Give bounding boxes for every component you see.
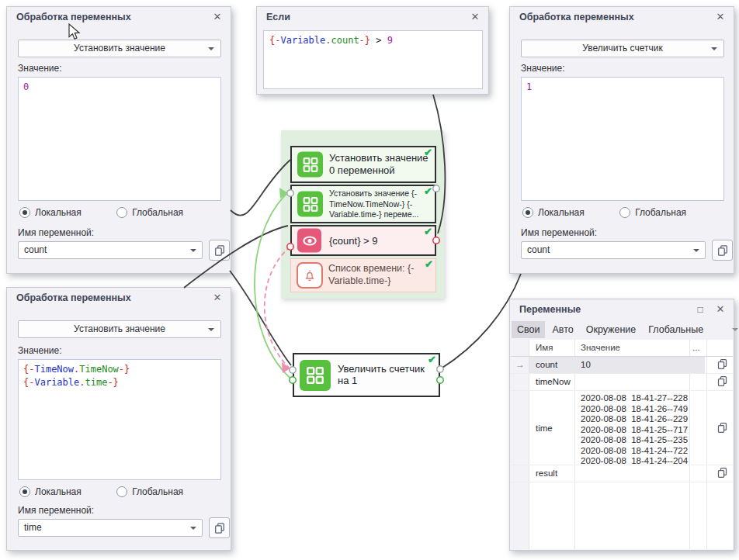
flow-block-if-count[interactable]: {count} > 9 ✔ (290, 225, 436, 256)
copy-icon (716, 467, 728, 479)
panel-var-processing-1: Обработка переменных ✕ Установить значен… (6, 6, 231, 274)
success-check-icon: ✔ (424, 147, 432, 158)
block-label: Установить значение {-TimeNow.TimeNow-} … (329, 188, 435, 220)
radio-global[interactable]: Глобальная (619, 207, 686, 218)
copy-button[interactable] (209, 240, 230, 261)
copy-icon (716, 422, 728, 434)
var-name-cell: count (536, 360, 557, 369)
success-check-icon: ✔ (428, 354, 436, 365)
panel-title: Обработка переменных (16, 12, 131, 22)
panel-titlebar[interactable]: Обработка переменных ✕ (7, 288, 231, 308)
panel-var-processing-3: Обработка переменных ✕ Установить значен… (6, 287, 231, 551)
bell-icon (297, 262, 323, 289)
block-label: Установить значение 0 переменной (329, 152, 433, 176)
panel-titlebar[interactable]: Если ✕ (257, 7, 488, 27)
variables-table: Имя Значение ... → count 10 timeNow time… (511, 340, 733, 549)
action-dropdown[interactable]: Установить значение (18, 320, 221, 338)
copy-button[interactable] (716, 358, 728, 372)
block-label: Список времени: {-Variable.time-} (328, 263, 432, 287)
table-row[interactable]: time 2020-08-08 18-41-27--228 2020-08-08… (511, 391, 733, 465)
var-name-label: Имя переменной: (18, 227, 94, 238)
value-label: Значение: (521, 63, 565, 74)
radio-dot (19, 207, 30, 218)
value-textarea[interactable]: 1 (521, 77, 724, 201)
close-icon[interactable]: ✕ (713, 10, 727, 24)
panel-if: Если ✕ {-Variable.count-} > 9 (256, 6, 489, 95)
copy-icon (716, 244, 729, 257)
var-name-label: Имя переменной: (18, 505, 94, 516)
chevron-down-icon (693, 249, 699, 252)
copy-icon (716, 358, 728, 370)
variables-grid-icon (300, 360, 331, 391)
pink-arrowhead (282, 362, 290, 373)
flow-block-set-zero[interactable]: Установить значение 0 переменной ✔ (290, 146, 436, 183)
chevron-down-icon (190, 249, 196, 252)
chevron-down-icon (190, 527, 196, 530)
tab-own[interactable]: Свои (512, 321, 545, 338)
radio-local[interactable]: Локальная (19, 486, 82, 497)
copy-button[interactable] (716, 467, 728, 480)
close-icon[interactable]: ✕ (713, 302, 727, 316)
value-label: Значение: (18, 345, 62, 356)
success-check-icon: ✔ (424, 185, 432, 197)
tab-global[interactable]: Глобальные (643, 321, 709, 338)
table-row[interactable]: → count 10 (511, 357, 733, 374)
block-label: {count} > 9 (329, 235, 378, 247)
radio-dot (522, 207, 533, 218)
var-value-cell: 10 (581, 360, 591, 369)
chevron-down-icon (711, 47, 717, 50)
panel-title: Обработка переменных (16, 292, 131, 303)
var-name-combo[interactable]: time (18, 519, 203, 537)
radio-dot (19, 486, 30, 497)
radio-dot (619, 207, 630, 218)
copy-button[interactable] (712, 240, 733, 261)
copy-button[interactable] (716, 422, 728, 435)
flow-block-set-time[interactable]: Установить значение {-TimeNow.TimeNow-} … (290, 185, 436, 223)
table-row[interactable]: timeNow (511, 374, 733, 391)
copy-icon (213, 522, 226, 534)
copy-button[interactable] (209, 517, 230, 538)
variables-grid-icon (297, 192, 323, 217)
radio-local[interactable]: Локальная (19, 207, 82, 218)
close-icon[interactable]: ✕ (210, 10, 224, 24)
radio-global[interactable]: Глобальная (116, 207, 183, 218)
var-name-combo[interactable]: count (521, 241, 706, 259)
copy-icon (716, 375, 728, 387)
table-row[interactable]: result (511, 465, 733, 482)
action-dropdown[interactable]: Увеличить счетчик (521, 40, 724, 57)
value-textarea[interactable]: {-TimeNow.TimeNow-} {-Variable.time-} (18, 359, 221, 480)
panel-var-processing-2: Обработка переменных ✕ Увеличить счетчик… (509, 6, 734, 274)
chevron-down-icon (208, 47, 214, 50)
flow-block-notify-time[interactable]: Список времени: {-Variable.time-} ✔ (290, 258, 436, 292)
copy-button[interactable] (716, 375, 728, 389)
tab-auto[interactable]: Авто (546, 321, 578, 338)
var-name-cell: timeNow (536, 377, 571, 386)
variables-tabs: Свои Авто Окружение Глобальные (510, 320, 734, 340)
value-label: Значение: (18, 63, 62, 74)
tab-environment[interactable]: Окружение (581, 321, 642, 338)
radio-local[interactable]: Локальная (522, 207, 585, 218)
chevron-down-icon[interactable] (732, 328, 738, 331)
success-check-icon: ✔ (425, 258, 433, 270)
panel-titlebar[interactable]: Переменные □ ✕ (510, 299, 734, 320)
condition-textarea[interactable]: {-Variable.count-} > 9 (263, 30, 483, 89)
var-name-cell: result (536, 468, 557, 478)
panel-title: Если (266, 12, 290, 22)
current-row-arrow-icon: → (515, 359, 525, 370)
block-label: Увеличить счетчик на 1 (338, 363, 437, 387)
close-icon[interactable]: ✕ (210, 291, 224, 305)
maximize-icon[interactable]: □ (693, 302, 707, 316)
close-icon[interactable]: ✕ (468, 10, 482, 24)
scope-radio-group: Локальная Глобальная (19, 486, 216, 500)
panel-titlebar[interactable]: Обработка переменных ✕ (510, 7, 734, 27)
var-name-combo[interactable]: count (18, 241, 203, 259)
action-dropdown[interactable]: Установить значение (18, 40, 221, 57)
radio-dot (116, 207, 127, 218)
var-name-label: Имя переменной: (521, 227, 597, 238)
value-textarea[interactable]: 0 (18, 77, 221, 201)
variables-grid-icon (297, 152, 323, 178)
radio-global[interactable]: Глобальная (116, 486, 183, 497)
panel-titlebar[interactable]: Обработка переменных ✕ (7, 7, 231, 27)
flow-block-increment[interactable]: Увеличить счетчик на 1 ✔ (293, 353, 440, 397)
scope-radio-group: Локальная Глобальная (19, 207, 216, 220)
